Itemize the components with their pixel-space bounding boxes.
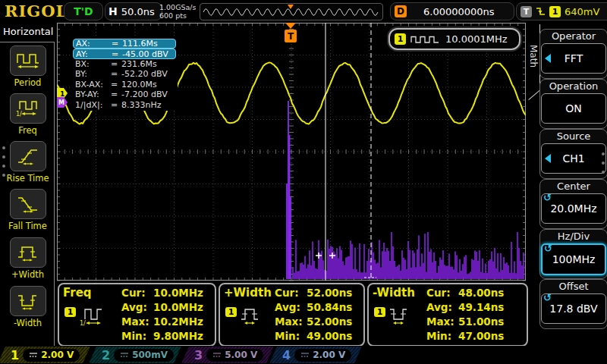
pwidth-label: +Width <box>0 269 55 280</box>
cursor-bxax-value: 120.0Ms <box>121 80 157 89</box>
timebase-label: H <box>109 5 118 17</box>
nwidth-max: 51.00ns <box>458 315 504 328</box>
menu-item-rise-time: Rise Time <box>0 141 55 184</box>
trigger-box[interactable]: T 1 640mV <box>516 2 607 20</box>
svg-text:1: 1 <box>60 90 64 98</box>
fall-time-icon <box>15 194 41 214</box>
menu-item-operator[interactable]: Operator FFT <box>539 29 607 79</box>
menu-item-source[interactable]: Source CH1 <box>539 129 607 179</box>
cursor-bx-value: 231.6Ms <box>121 59 157 69</box>
rotate-knob-icon: ↺ <box>544 243 552 254</box>
page-indicator-dot <box>2 174 5 177</box>
page-indicator-dot <box>602 152 605 155</box>
freq-label: Freq <box>0 125 55 136</box>
menu-item-fall-time: Fall Time <box>0 189 55 231</box>
measurement-panel-freq[interactable]: Freq 1 1/ Cur:10.0MHz Avg:10.0MHz Max:10… <box>58 283 216 347</box>
measurement-panel-nwidth[interactable]: -Width 1 Cur:48.00ns Avg:49.14ns Max:51.… <box>367 283 528 347</box>
menu-item-hzdiv[interactable]: Hz/Div ↺ 100MHz <box>539 229 607 279</box>
coupling-icon <box>212 352 222 359</box>
offset-value: 17.8 dBV <box>549 303 597 315</box>
pwidth-measure-icon <box>240 306 263 327</box>
menu-item-center[interactable]: Center ↺ 20.0MHz <box>539 179 607 229</box>
delay-box[interactable]: D 6.00000000ns <box>390 2 514 20</box>
freq-button[interactable]: 1/ <box>10 93 46 124</box>
left-triangle-icon <box>545 54 551 63</box>
offset-value-box[interactable]: ↺ 17.8 dBV <box>541 293 606 324</box>
channel-scale-value: 500mV <box>132 350 168 360</box>
fall-time-label: Fall Time <box>0 221 55 231</box>
fall-time-button[interactable] <box>10 189 46 219</box>
square-wave-icon <box>410 35 441 44</box>
channel-2-status[interactable]: 2 500mV <box>89 347 181 363</box>
cursor-row-by: BY: = -52.20 dBV <box>73 69 176 79</box>
pwidth-avg: 50.84ns <box>307 301 352 313</box>
pwidth-cur: 52.00ns <box>307 287 352 299</box>
freq-min: 9.80MHz <box>153 330 203 342</box>
nwidth-avg: 49.14ns <box>458 301 504 313</box>
cursor-row-bxax: BX-AX: = 120.0Ms <box>73 80 176 89</box>
menu-item-freq: 1/ Freq <box>0 93 55 136</box>
channel-status-bar: 1 2.00 V 2 500mV <box>0 346 607 364</box>
freq-measure-icon: 1/ <box>79 306 105 327</box>
operator-value-box[interactable]: FFT <box>541 43 606 74</box>
pwidth-button[interactable] <box>10 237 46 268</box>
cursor-byay-value: -7.200 dBV <box>121 89 168 99</box>
timebase-value: 50.0ns <box>121 6 155 17</box>
period-button[interactable] <box>10 46 46 76</box>
preview-waveform-icon <box>200 4 381 18</box>
nwidth-button[interactable] <box>10 286 46 316</box>
nwidth-min: 47.00ns <box>458 330 504 342</box>
svg-text:1/: 1/ <box>80 320 86 327</box>
delay-value: 6.00000000ns <box>423 6 495 17</box>
svg-text:T: T <box>288 31 294 42</box>
menu-item-operation[interactable]: Operation ON <box>539 79 607 129</box>
channel-1-status[interactable]: 1 2.00 V <box>0 347 90 363</box>
pwidth-min: 49.00ns <box>307 330 352 342</box>
cursor-invdx-value: 8.333nHz <box>121 100 162 110</box>
timebase-box[interactable]: H 50.0ns <box>105 2 162 20</box>
cursor-ax-value: 111.6Ms <box>122 39 158 49</box>
cursor-by-value: -52.20 dBV <box>121 69 168 79</box>
waveform-display-area[interactable]: T1M AX: = 111.6Ms AY: = -45.00 dBV BX: =… <box>57 23 526 281</box>
waveform-preview[interactable] <box>200 3 383 20</box>
math-menu-tab[interactable]: Math <box>527 24 540 88</box>
cursor-row-inv-dx: 1/|dX|: = 8.333nHz <box>73 99 176 109</box>
coupling-icon <box>300 352 310 359</box>
menu-item-offset[interactable]: Offset ↺ 17.8 dBV <box>539 279 607 329</box>
rise-time-icon <box>15 146 41 166</box>
measurement-panel-pwidth[interactable]: +Width 1 Cur:52.00ns Avg:50.84ns Max:52.… <box>219 283 365 347</box>
freq-icon: 1/ <box>15 99 41 118</box>
counter-frequency-value: 10.0001MHz <box>445 33 508 45</box>
top-status-bar: RIGOL T'D H 50.0ns 1.00GSa/s 600 pts D 6… <box>0 0 607 23</box>
operation-value-box[interactable]: ON <box>541 93 606 124</box>
coupling-icon <box>29 352 38 359</box>
center-value: 20.0MHz <box>550 202 596 215</box>
freq-max: 10.2MHz <box>153 315 203 328</box>
source-value-box[interactable]: CH1 <box>541 143 606 174</box>
page-indicator-dot <box>602 162 605 165</box>
page-indicator-dot <box>2 146 5 149</box>
cursor-row-ax: AX: = 111.6Ms <box>73 39 176 49</box>
center-value-box[interactable]: ↺ 20.0MHz <box>541 193 606 224</box>
acquisition-info: 1.00GSa/s 600 pts <box>159 3 197 20</box>
trigger-position-arrow[interactable] <box>285 23 296 29</box>
nwidth-cur: 48.00ns <box>458 287 504 299</box>
channel-3-status[interactable]: 3 5.00 V <box>181 347 274 363</box>
rise-time-button[interactable] <box>10 141 46 171</box>
period-icon <box>15 51 41 71</box>
pwidth-max: 52.00ns <box>307 315 352 328</box>
channel-4-status[interactable]: 4 2.00 V <box>269 347 362 363</box>
menu-item-nwidth: -Width <box>0 286 55 328</box>
oscilloscope-screen: RIGOL T'D H 50.0ns 1.00GSa/s 600 pts D 6… <box>0 0 607 364</box>
nwidth-measure-icon <box>388 306 411 327</box>
hzdiv-value-box[interactable]: ↺ 100MHz <box>541 243 606 275</box>
freq-cur: 10.0MHz <box>153 287 203 299</box>
page-indicator-dot <box>2 165 5 168</box>
sample-rate: 1.00GSa/s <box>159 3 197 11</box>
channel-number: 2 <box>102 348 110 362</box>
rigol-logo: RIGOL <box>5 2 68 20</box>
trigger-level-value: 640mV <box>565 6 599 17</box>
trigger-source-badge: 1 <box>549 6 561 17</box>
rise-time-label: Rise Time <box>0 173 55 184</box>
cursor-measurement-panel: AX: = 111.6Ms AY: = -45.00 dBV BX: = 231… <box>71 38 178 111</box>
